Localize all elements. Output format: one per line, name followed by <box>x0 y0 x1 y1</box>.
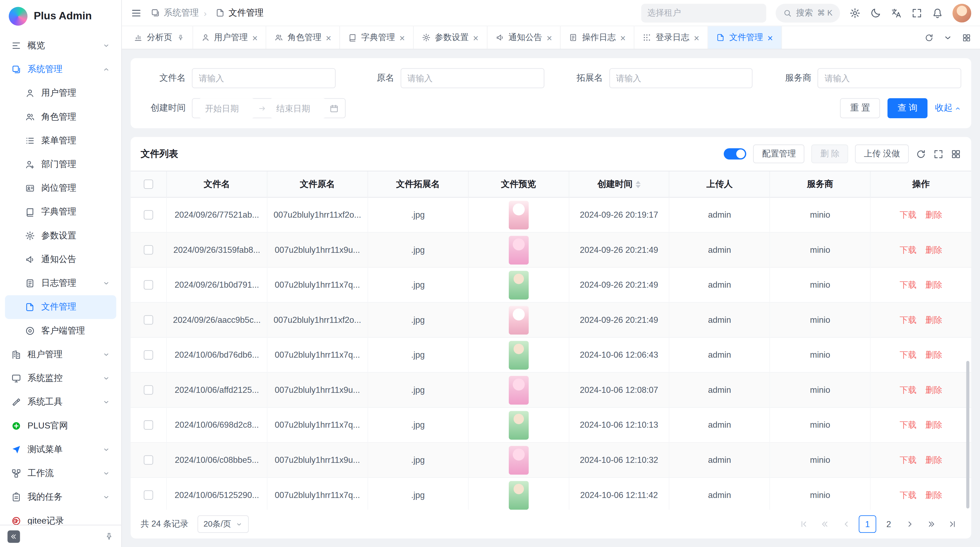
download-link[interactable]: 下载 <box>900 490 916 501</box>
collapse-filter-link[interactable]: 收起 <box>935 103 961 114</box>
fast-next-button[interactable] <box>923 515 940 533</box>
download-link[interactable]: 下载 <box>900 279 916 290</box>
row-checkbox[interactable] <box>144 455 153 464</box>
delete-link[interactable]: 删除 <box>925 209 942 220</box>
close-icon[interactable]: × <box>399 33 405 42</box>
download-link[interactable]: 下载 <box>900 314 916 325</box>
delete-link[interactable]: 删除 <box>925 455 942 466</box>
chevron-down-icon[interactable] <box>943 33 953 42</box>
settings-gear-icon[interactable] <box>850 7 861 18</box>
download-link[interactable]: 下载 <box>900 244 916 255</box>
delete-link[interactable]: 删除 <box>925 384 942 395</box>
page-tab[interactable]: 通知公告 × <box>487 26 561 49</box>
page-size-select[interactable]: 20条/页 <box>197 515 248 533</box>
breadcrumb-item[interactable]: 文件管理 <box>201 7 264 18</box>
pin-icon[interactable] <box>177 34 184 41</box>
layout-grid-icon[interactable] <box>962 33 971 42</box>
breadcrumb-item[interactable]: 系统管理 <box>151 7 199 18</box>
row-checkbox[interactable] <box>144 315 153 324</box>
close-icon[interactable]: × <box>620 33 625 42</box>
download-link[interactable]: 下载 <box>900 384 916 395</box>
start-date-input[interactable] <box>199 98 255 118</box>
page-number-button[interactable]: 2 <box>880 515 897 533</box>
sidebar-item[interactable]: 我的任务 <box>5 485 116 509</box>
first-page-button[interactable] <box>795 515 812 533</box>
file-preview-image[interactable] <box>509 376 528 405</box>
close-icon[interactable]: × <box>252 33 258 42</box>
config-manage-button[interactable]: 配置管理 <box>754 144 805 163</box>
sidebar-item[interactable]: 日志管理 <box>5 271 116 295</box>
user-avatar[interactable] <box>953 3 971 22</box>
refresh-icon[interactable] <box>924 33 934 42</box>
sidebar-item[interactable]: 菜单管理 <box>5 129 116 153</box>
sidebar-item[interactable]: 岗位管理 <box>5 176 116 200</box>
page-tab[interactable]: 字典管理 × <box>340 26 414 49</box>
delete-link[interactable]: 删除 <box>925 244 942 255</box>
filter-field-input[interactable] <box>609 68 752 88</box>
next-page-button[interactable] <box>901 515 919 533</box>
delete-link[interactable]: 删除 <box>925 314 942 325</box>
file-preview-image[interactable] <box>509 480 528 509</box>
page-tab[interactable]: 参数设置 × <box>414 26 487 49</box>
fullscreen-icon[interactable] <box>911 7 922 18</box>
close-icon[interactable]: × <box>767 33 773 42</box>
sidebar-item[interactable]: 系统工具 <box>5 391 116 414</box>
close-icon[interactable]: × <box>547 33 552 42</box>
tenant-select[interactable] <box>641 3 766 22</box>
sidebar-item[interactable]: 部门管理 <box>5 153 116 176</box>
delete-link[interactable]: 删除 <box>925 419 942 431</box>
prev-page-button[interactable] <box>838 515 855 533</box>
dark-mode-moon-icon[interactable] <box>870 7 881 18</box>
page-tab[interactable]: 角色管理 × <box>267 26 340 49</box>
page-tab[interactable]: 操作日志 × <box>561 26 634 49</box>
sidebar-item[interactable]: 通知公告 <box>5 248 116 271</box>
sidebar-item[interactable]: 系统管理 <box>5 57 116 81</box>
row-checkbox[interactable] <box>144 280 153 290</box>
row-checkbox[interactable] <box>144 245 153 254</box>
sidebar-item[interactable]: PLUS官网 <box>5 414 116 438</box>
sidebar-item[interactable]: 角色管理 <box>5 105 116 129</box>
delete-link[interactable]: 删除 <box>925 279 942 290</box>
file-preview-image[interactable] <box>509 341 528 369</box>
sidebar-item[interactable]: 工作流 <box>5 461 116 485</box>
hamburger-menu-icon[interactable] <box>130 7 142 18</box>
upload-button[interactable]: 上传 没做 <box>855 144 909 163</box>
file-preview-image[interactable] <box>509 446 528 475</box>
page-tab[interactable]: 分析页 × <box>126 26 193 49</box>
date-range-picker[interactable] <box>192 98 346 118</box>
page-tab[interactable]: 文件管理 × <box>708 26 781 49</box>
config-toggle-switch[interactable] <box>724 148 747 159</box>
reset-button[interactable]: 重 置 <box>840 98 880 118</box>
fast-prev-button[interactable] <box>816 515 834 533</box>
table-scrollbar-thumb[interactable] <box>966 361 969 509</box>
filter-field-input[interactable] <box>818 68 961 88</box>
file-preview-image[interactable] <box>509 306 528 335</box>
close-icon[interactable]: × <box>326 33 331 42</box>
sidebar-item[interactable]: 概览 <box>5 34 116 57</box>
sidebar-item[interactable]: 客户端管理 <box>5 319 116 343</box>
sidebar-collapse-button[interactable] <box>8 530 20 543</box>
sidebar-item[interactable]: gitee记录 <box>5 509 116 525</box>
row-checkbox[interactable] <box>144 490 153 499</box>
sidebar-item[interactable]: 字典管理 <box>5 200 116 224</box>
delete-link[interactable]: 删除 <box>925 490 942 501</box>
sidebar-logo[interactable]: Plus Admin <box>0 0 121 32</box>
end-date-input[interactable] <box>270 98 326 118</box>
close-icon[interactable]: × <box>473 33 479 42</box>
download-link[interactable]: 下载 <box>900 455 916 466</box>
sidebar-item[interactable]: 系统监控 <box>5 367 116 390</box>
file-preview-image[interactable] <box>509 235 528 264</box>
row-checkbox[interactable] <box>144 420 153 430</box>
select-all-checkbox[interactable] <box>144 180 153 189</box>
fullscreen-icon[interactable] <box>933 148 944 159</box>
notifications-bell-icon[interactable] <box>932 7 943 18</box>
close-icon[interactable]: × <box>694 33 699 42</box>
sort-icon[interactable] <box>636 178 641 190</box>
translate-icon[interactable] <box>891 7 902 18</box>
sidebar-item[interactable]: 文件管理 <box>5 295 116 319</box>
last-page-button[interactable] <box>944 515 961 533</box>
column-settings-icon[interactable] <box>951 148 961 159</box>
query-button[interactable]: 查 询 <box>888 98 928 118</box>
file-preview-image[interactable] <box>509 201 528 230</box>
filter-field-input[interactable] <box>192 68 336 88</box>
